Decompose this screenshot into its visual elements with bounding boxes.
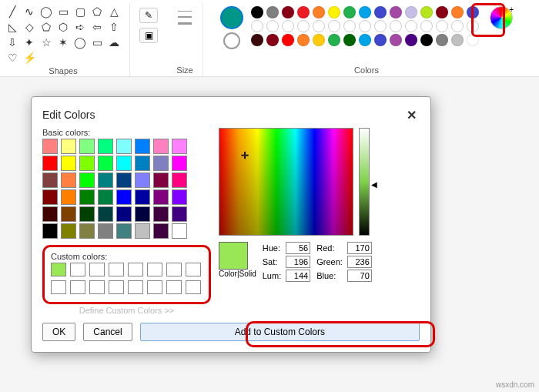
custom-swatch[interactable] [186,263,201,276]
add-to-custom-button[interactable]: Add to Custom Colors [140,323,420,341]
palette-swatch[interactable] [405,34,417,46]
cancel-button[interactable]: Cancel [83,323,132,341]
shape-heart-icon[interactable]: ♡ [5,51,20,65]
shape-righttri-icon[interactable]: ◺ [5,20,20,34]
palette-swatch[interactable] [390,6,402,18]
basic-swatch[interactable] [135,173,150,188]
palette-swatch[interactable] [266,34,279,46]
basic-swatch[interactable] [153,206,169,222]
palette-swatch[interactable] [282,20,294,32]
palette-swatch[interactable] [451,6,464,18]
basic-swatch[interactable] [116,139,132,154]
basic-swatch[interactable] [98,156,113,171]
palette-swatch[interactable] [405,20,417,32]
shape-hex-icon[interactable]: ⬡ [55,20,71,34]
shape-rectcallout-icon[interactable]: ▭ [89,35,105,49]
palette-swatch[interactable] [313,20,325,32]
basic-swatch[interactable] [135,189,150,205]
shape-5star-icon[interactable]: ☆ [38,35,54,49]
shape-poly-icon[interactable]: ⬠ [89,5,105,18]
palette-swatch[interactable] [251,6,263,18]
basic-swatch[interactable] [135,223,150,239]
custom-swatch[interactable] [128,280,143,294]
palette-swatch[interactable] [251,34,263,46]
shape-roundrect-icon[interactable]: ▢ [72,5,88,18]
basic-swatch[interactable] [116,206,132,222]
color-spectrum[interactable]: ✛ [219,128,353,236]
define-custom-link[interactable]: Define Custom Colors >> [42,306,211,315]
basic-swatch[interactable] [61,156,76,171]
shape-rect-icon[interactable]: ▭ [55,5,71,18]
shape-roundcallout-icon[interactable]: ◯ [72,35,88,49]
basic-swatch[interactable] [153,189,169,205]
palette-swatch[interactable] [374,34,387,46]
basic-swatch[interactable] [153,139,169,154]
basic-swatch[interactable] [61,223,76,239]
color1-button[interactable] [220,6,243,29]
basic-swatch[interactable] [42,139,58,154]
custom-swatch[interactable] [128,263,143,276]
shape-larrow-icon[interactable]: ⇦ [89,20,105,34]
custom-swatch[interactable] [109,280,124,294]
basic-swatch[interactable] [135,139,150,154]
shape-rarrow-icon[interactable]: ➪ [72,20,88,34]
basic-swatch[interactable] [135,206,150,222]
custom-swatch[interactable] [51,280,66,294]
green-input[interactable] [347,256,372,268]
palette-swatch[interactable] [297,34,310,46]
palette-swatch[interactable] [297,6,310,18]
basic-swatch[interactable] [135,156,150,171]
palette-swatch[interactable] [266,20,279,32]
outline-button[interactable]: ✎ [139,8,158,23]
shapes-gallery[interactable]: ╱ ∿ ◯ ▭ ▢ ⬠ △ ◺ ◇ ⬠ ⬡ ➪ ⇦ ⇧ ⇩ ✦ ☆ ✶ ◯ ▭ … [3,3,123,66]
ok-button[interactable]: OK [42,323,75,341]
custom-swatch[interactable] [166,263,182,276]
palette-swatch[interactable] [374,6,387,18]
basic-swatch[interactable] [172,206,187,222]
palette-swatch[interactable] [390,20,402,32]
basic-swatch[interactable] [153,156,169,171]
palette-swatch[interactable] [405,6,417,18]
palette-swatch[interactable] [359,6,371,18]
basic-swatch[interactable] [153,223,169,239]
palette-swatch[interactable] [451,20,464,32]
size-button[interactable] [173,3,196,32]
basic-swatch[interactable] [79,206,95,222]
shape-4star-icon[interactable]: ✦ [22,35,37,49]
palette-swatch[interactable] [251,20,263,32]
palette-swatch[interactable] [436,20,448,32]
palette-swatch[interactable] [390,34,402,46]
shape-cloud-icon[interactable]: ☁ [106,35,122,49]
shape-uarrow-icon[interactable]: ⇧ [106,20,122,34]
basic-swatch[interactable] [42,173,58,188]
palette-swatch[interactable] [420,20,433,32]
luminance-slider[interactable] [359,128,370,236]
shape-curve-icon[interactable]: ∿ [22,5,37,18]
fill-button[interactable]: ▣ [139,28,158,43]
basic-swatch[interactable] [172,139,187,154]
custom-swatch[interactable] [89,280,105,294]
basic-swatch[interactable] [79,223,95,239]
palette-swatch[interactable] [343,20,356,32]
palette-swatch[interactable] [420,6,433,18]
basic-swatch[interactable] [153,173,169,188]
basic-swatch[interactable] [79,173,95,188]
palette-swatch[interactable] [313,6,325,18]
basic-swatch[interactable] [116,173,132,188]
palette-swatch[interactable] [420,34,433,46]
basic-swatch[interactable] [98,223,113,239]
custom-swatch[interactable] [70,263,85,276]
palette-swatch[interactable] [451,34,464,46]
red-input[interactable] [347,242,372,254]
palette-swatch[interactable] [313,34,325,46]
close-button[interactable]: ✕ [403,106,420,123]
basic-swatch[interactable] [172,189,187,205]
palette-swatch[interactable] [328,6,340,18]
palette-swatch[interactable] [436,34,448,46]
basic-swatch[interactable] [172,223,187,239]
custom-swatch[interactable] [147,263,162,276]
custom-swatch[interactable] [186,280,201,294]
palette-swatch[interactable] [343,34,356,46]
basic-swatch[interactable] [98,189,113,205]
custom-swatch[interactable] [147,280,162,294]
